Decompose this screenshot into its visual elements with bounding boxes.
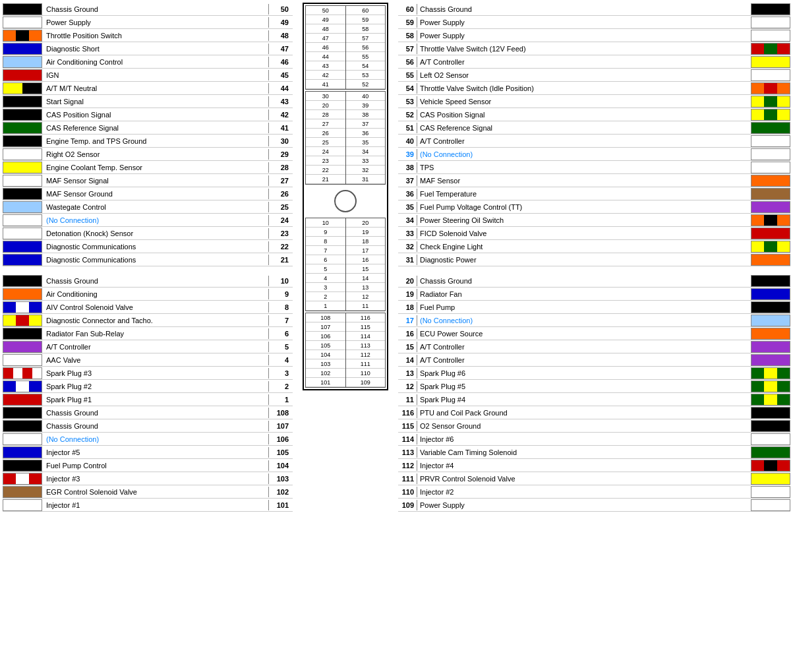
pin-label: Engine Coolant Temp. Sensor [44,164,268,171]
pin-label: Chassis Ground [44,5,268,13]
right-row: 60Chassis Ground [398,3,790,16]
pin-label: Diagnostic Short [44,45,268,53]
left-row: CAS Reference Signal41 [3,121,293,135]
left-row: Chassis Ground107 [3,419,293,433]
pin-number: 101 [269,501,293,509]
left-row: AAC Valve4 [3,353,293,367]
pin-label: Injector #3 [44,475,268,483]
right-panel: 60Chassis Ground59Power Supply58Power Su… [398,3,790,512]
right-pin-label: O2 Sensor Ground [417,422,749,430]
pin-number: 107 [269,422,293,430]
pin-label: Injector #5 [44,448,268,456]
right-pin-number: 20 [398,277,417,285]
left-row: Injector #3103 [3,472,293,485]
right-row: 58Power Supply [398,29,790,42]
right-row: 115O2 Sensor Ground [398,419,790,433]
pin-label: Wastegate Control [44,203,268,211]
pin-number: 10 [269,277,293,285]
right-row: 32Check Engine Light [398,240,790,253]
left-row: Injector #5105 [3,446,293,459]
right-pin-label: A/T Controller [417,343,749,351]
right-pin-number: 57 [398,45,417,53]
right-pin-label: (No Connection) [417,150,749,158]
right-pin-label: A/T Controller [417,137,749,145]
left-row: Radiator Fan Sub-Relay6 [3,327,293,340]
right-pin-number: 110 [398,488,417,496]
right-row: 59Power Supply [398,16,790,29]
pin-number: 44 [269,84,293,92]
right-pin-number: 115 [398,422,417,430]
left-row: Chassis Ground108 [3,406,293,419]
pin-label: Engine Temp. and TPS Ground [44,137,268,145]
right-row: 35Fuel Pump Voltage Control (TT) [398,200,790,214]
right-pin-number: 14 [398,356,417,364]
pin-label: A/T M/T Neutral [44,84,268,92]
right-pin-number: 114 [398,435,417,443]
right-pin-label: TPS [417,164,749,171]
right-pin-label: CAS Position Signal [417,111,749,119]
left-row: EGR Control Solenoid Valve102 [3,485,293,499]
right-row: 55Left O2 Sensor [398,69,790,82]
left-row: Fuel Pump Control104 [3,459,293,472]
right-row: 109Power Supply [398,499,790,512]
right-pin-label: Check Engine Light [417,243,749,251]
pin-label: MAF Sensor Signal [44,177,268,185]
right-row: 18Fuel Pump [398,301,790,314]
center-panel: 5049484746444342416059585756555453523020… [293,3,398,512]
left-row: Spark Plug #11 [3,393,293,406]
right-pin-number: 53 [398,98,417,106]
right-pin-number: 19 [398,290,417,298]
pin-number: 23 [269,229,293,237]
right-row: 114Injector #6 [398,433,790,446]
pin-label: Power Supply [44,18,268,26]
pin-label: EGR Control Solenoid Valve [44,488,268,496]
right-pin-number: 51 [398,124,417,132]
right-pin-label: Radiator Fan [417,290,749,298]
right-pin-number: 32 [398,243,417,251]
right-pin-label: MAF Sensor [417,177,749,185]
pin-label: AIV Control Solenoid Valve [44,303,268,311]
pin-number: 21 [269,256,293,264]
right-pin-number: 39 [398,150,417,158]
pin-number: 9 [269,290,293,298]
right-pin-number: 12 [398,382,417,390]
right-pin-number: 15 [398,343,417,351]
pin-number: 1 [269,396,293,404]
left-row: Spark Plug #22 [3,380,293,393]
pin-label: Chassis Ground [44,422,268,430]
right-pin-label: FICD Solenoid Valve [417,229,749,237]
pin-number: 50 [269,5,293,13]
pin-label: Start Signal [44,98,268,106]
right-pin-label: Power Supply [417,501,749,509]
left-row: MAF Sensor Signal27 [3,174,293,187]
pin-number: 108 [269,409,293,417]
left-row: AIV Control Solenoid Valve8 [3,301,293,314]
right-row: 16ECU Power Source [398,327,790,340]
right-pin-label: Injector #6 [417,435,749,443]
pin-label: CAS Reference Signal [44,124,268,132]
left-row: Start Signal43 [3,95,293,108]
right-pin-label: ECU Power Source [417,330,749,338]
pin-number: 30 [269,137,293,145]
right-pin-label: Fuel Temperature [417,190,749,198]
pin-number: 48 [269,32,293,40]
pin-number: 7 [269,317,293,324]
pin-label: A/T Controller [44,343,268,351]
main-container: Chassis Ground50Power Supply49Throttle P… [0,0,793,514]
pin-label: Throttle Position Switch [44,32,268,40]
pin-label: Diagnostic Communications [44,256,268,264]
right-pin-label: PTU and Coil Pack Ground [417,409,749,417]
left-row: A/T Controller5 [3,340,293,353]
right-row: 116PTU and Coil Pack Ground [398,406,790,419]
pin-label: (No Connection) [44,435,268,443]
right-pin-label: A/T Controller [417,58,749,66]
right-pin-label: Fuel Pump [417,303,749,311]
left-row: Injector #1101 [3,499,293,512]
pin-number: 4 [269,356,293,364]
pin-number: 102 [269,488,293,496]
pin-number: 5 [269,343,293,351]
right-pin-number: 56 [398,58,417,66]
left-row: Diagnostic Connector and Tacho.7 [3,314,293,327]
pin-label: Air Conditioning [44,290,268,298]
pin-number: 47 [269,45,293,53]
